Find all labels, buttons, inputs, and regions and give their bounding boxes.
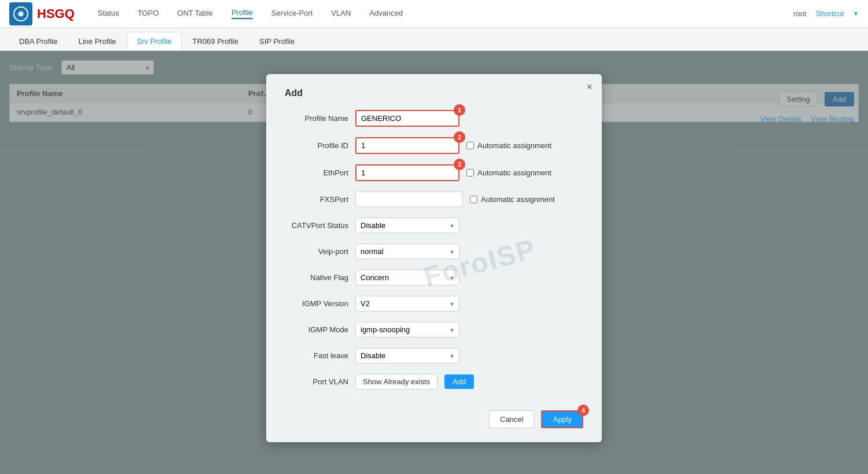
profile-id-auto-label: Automatic assignment <box>466 141 551 150</box>
badge-1: 1 <box>454 104 465 116</box>
form-row-igmpversion: IGMP Version V2 V3 <box>285 296 583 311</box>
cancel-button[interactable]: Cancel <box>489 410 534 428</box>
logo-icon <box>9 2 32 25</box>
badge-2: 2 <box>454 131 465 143</box>
ethport-auto-label: Automatic assignment <box>466 168 551 177</box>
show-already-exists-button[interactable]: Show Already exists <box>355 374 437 390</box>
igmpversion-select-wrapper: V2 V3 <box>355 296 459 311</box>
portvlan-label: Port VLAN <box>285 377 348 386</box>
nativeflag-select[interactable]: Concern None <box>355 270 459 285</box>
catvport-label: CATVPort Status <box>285 221 348 230</box>
form-row-igmpmode: IGMP Mode igmp-snooping igmp-proxy <box>285 322 583 337</box>
form-row-fastleave: Fast leave Disable Enable <box>285 348 583 363</box>
logo: HSGQ <box>9 2 75 25</box>
igmpmode-select-wrapper: igmp-snooping igmp-proxy <box>355 322 459 337</box>
fxsport-auto-label: Automatic assignment <box>470 195 555 204</box>
logo-text: HSGQ <box>37 6 75 21</box>
profile-name-field-wrapper: 1 <box>355 110 459 127</box>
content-area: Display Type: All Profile Name Prof... s… <box>0 51 868 474</box>
profile-id-field-wrapper: 2 <box>355 137 459 154</box>
apply-button-wrapper: Apply 4 <box>541 410 583 428</box>
badge-4: 4 <box>578 405 589 416</box>
nativeflag-label: Native Flag <box>285 273 348 282</box>
form-row-portvlan: Port VLAN Show Already exists Add <box>285 374 583 390</box>
nav-link-ont-table[interactable]: ONT Table <box>177 9 213 19</box>
tab-tr069-profile[interactable]: TR069 Profile <box>183 32 248 50</box>
tab-dba-profile[interactable]: DBA Profile <box>9 32 67 50</box>
form-row-fxsport: FXSPort Automatic assignment <box>285 192 583 207</box>
tab-sip-profile[interactable]: SIP Profile <box>249 32 304 50</box>
modal-dialog: Add × Profile Name 1 Profile ID 2 <box>266 74 602 442</box>
modal-close-button[interactable]: × <box>586 81 593 93</box>
nav-link-service-port[interactable]: Service-Port <box>271 9 313 19</box>
ethport-label: EthPort <box>285 168 348 177</box>
igmpversion-select[interactable]: V2 V3 <box>355 296 459 311</box>
form-row-ethport: EthPort 3 Automatic assignment <box>285 164 583 181</box>
modal-overlay: ForoISP Add × Profile Name 1 Profile ID … <box>0 51 868 474</box>
top-nav: HSGQ Status TOPO ONT Table Profile Servi… <box>0 0 868 28</box>
profile-id-label: Profile ID <box>285 141 348 150</box>
form-row-nativeflag: Native Flag Concern None <box>285 270 583 285</box>
nativeflag-select-wrapper: Concern None <box>355 270 459 285</box>
fastleave-select-wrapper: Disable Enable <box>355 348 459 363</box>
add-vlan-button[interactable]: Add <box>444 374 474 389</box>
profile-id-auto-checkbox[interactable] <box>466 142 474 149</box>
veipport-select-wrapper: normal advanced <box>355 244 459 259</box>
nav-link-profile[interactable]: Profile <box>231 8 253 19</box>
nav-link-status[interactable]: Status <box>98 9 119 19</box>
badge-3: 3 <box>454 159 465 170</box>
catvport-select-wrapper: Disable Enable <box>355 218 459 233</box>
ethport-field-wrapper: 3 <box>355 164 459 181</box>
profile-id-input[interactable] <box>355 137 459 154</box>
form-row-profile-name: Profile Name 1 <box>285 110 583 127</box>
tab-line-profile[interactable]: Line Profile <box>68 32 126 50</box>
form-row-veipport: Veip-port normal advanced <box>285 244 583 259</box>
fastleave-label: Fast leave <box>285 351 348 360</box>
shortcut-link[interactable]: Shortcut <box>816 9 844 18</box>
root-link[interactable]: root <box>793 9 806 18</box>
fxsport-auto-checkbox[interactable] <box>470 196 477 203</box>
modal-footer: Cancel Apply 4 <box>285 403 583 428</box>
igmpmode-label: IGMP Mode <box>285 325 348 334</box>
shortcut-chevron: ▼ <box>853 10 859 17</box>
form-row-catvport: CATVPort Status Disable Enable <box>285 218 583 233</box>
nav-link-advanced[interactable]: Advanced <box>369 9 403 19</box>
fastleave-select[interactable]: Disable Enable <box>355 348 459 363</box>
ethport-auto-checkbox[interactable] <box>466 169 474 177</box>
nav-link-vlan[interactable]: VLAN <box>331 9 351 19</box>
fxsport-input[interactable] <box>355 192 463 207</box>
profile-name-label: Profile Name <box>285 114 348 123</box>
veipport-select[interactable]: normal advanced <box>355 244 459 259</box>
form-row-profile-id: Profile ID 2 Automatic assignment <box>285 137 583 154</box>
modal-title: Add <box>285 88 583 98</box>
sub-tabs: DBA Profile Line Profile Srv Profile TR0… <box>0 28 868 51</box>
nav-links: Status TOPO ONT Table Profile Service-Po… <box>98 8 793 19</box>
apply-button[interactable]: Apply <box>541 410 583 428</box>
fxsport-label: FXSPort <box>285 195 348 204</box>
ethport-input[interactable] <box>355 164 459 181</box>
nav-link-topo[interactable]: TOPO <box>138 9 159 19</box>
svg-point-1 <box>19 12 23 16</box>
catvport-select[interactable]: Disable Enable <box>355 218 459 233</box>
veipport-label: Veip-port <box>285 247 348 256</box>
igmpversion-label: IGMP Version <box>285 299 348 308</box>
profile-name-input[interactable] <box>355 110 459 127</box>
nav-right: root Shortcut ▼ <box>793 9 859 18</box>
tab-srv-profile[interactable]: Srv Profile <box>127 32 182 50</box>
igmpmode-select[interactable]: igmp-snooping igmp-proxy <box>355 322 459 337</box>
